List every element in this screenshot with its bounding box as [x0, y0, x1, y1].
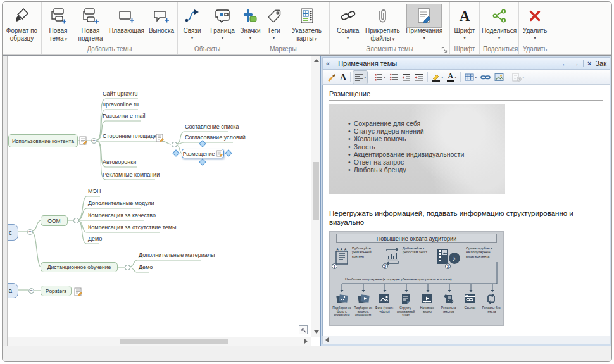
dialog-launcher-icon[interactable]	[441, 46, 448, 53]
bullet-item: Ответ на запрос	[348, 158, 505, 166]
scroll-right-button[interactable]	[301, 337, 311, 346]
topic-note-icon[interactable]	[74, 287, 82, 296]
format-painter-button[interactable]: Формат по образцу	[3, 3, 41, 42]
topic-men[interactable]: МЭН	[88, 188, 101, 194]
indent-button[interactable]	[413, 71, 425, 84]
collapse-toggle[interactable]	[91, 138, 97, 144]
topic-demo-1[interactable]: Демо	[88, 235, 102, 242]
note-image-bullets[interactable]: Сохранение для себя Статус лидера мнений…	[329, 104, 505, 194]
topic-terms[interactable]: Согласование условий	[185, 134, 246, 141]
fit-map-button[interactable]	[299, 325, 308, 334]
format-painter-small-button[interactable]	[325, 71, 337, 84]
collapse-toggle[interactable]	[125, 265, 130, 270]
relationships-button[interactable]: Связи	[177, 3, 208, 41]
previous-note-icon[interactable]: ←	[561, 60, 568, 67]
horizontal-scroll-thumb[interactable]	[120, 339, 228, 344]
font-color-button[interactable]: ▾	[446, 71, 458, 84]
font-dialog-button[interactable]	[339, 71, 348, 84]
topic-list-building[interactable]: Составление списка	[185, 123, 239, 130]
scroll-down-button[interactable]	[311, 327, 321, 337]
infographic-item: Подборки из видео с описанием	[353, 292, 374, 317]
canvas-vertical-scrollbar[interactable]	[311, 56, 320, 337]
topic-extra-materials[interactable]: Дополнительные материалы	[139, 252, 215, 258]
topic-site-uprav[interactable]: Сайт uprav.ru	[103, 91, 138, 97]
font-button[interactable]: Шрифт	[453, 3, 477, 41]
ribbon-caption-delete: Удалить	[520, 44, 550, 54]
align-button[interactable]: ▾	[353, 71, 367, 84]
mindmap-canvas[interactable]: Использование контента Сайт uprav.ru upr…	[8, 56, 311, 337]
callout-button[interactable]: Выноска	[146, 3, 177, 35]
status-bar	[3, 346, 611, 361]
collapse-toggle[interactable]	[27, 229, 33, 235]
topic-comp-quality[interactable]: Компенсация за качество	[88, 212, 156, 218]
topic-stub-top[interactable]: с	[8, 224, 18, 241]
map-index-button[interactable]: Указатель карты	[285, 3, 329, 42]
notes-panel-titlebar: « Примечания темы ← → × Зак	[322, 57, 610, 70]
canvas-horizontal-scrollbar[interactable]	[8, 337, 311, 346]
infographic-item: Репосты без текста	[480, 292, 502, 317]
link-button[interactable]: Ссылка	[335, 3, 361, 41]
paperclip-icon	[372, 4, 392, 27]
topic-note-icon[interactable]	[216, 150, 223, 157]
collapse-toggle[interactable]	[28, 288, 34, 294]
insert-link-button[interactable]	[479, 71, 492, 84]
tags-button[interactable]: Теги	[263, 3, 285, 41]
topic-comp-no-topic[interactable]: Компенсация за отсутствие темы	[88, 224, 176, 230]
icon-markers-button[interactable]: Значки	[238, 3, 262, 41]
ribbon-group-delete: Удалить Удалить	[519, 2, 551, 54]
infographic-items: Подборки из фото с описанием Подборки из…	[331, 292, 502, 317]
close-panel-label[interactable]: Зак	[595, 60, 606, 67]
insert-image-button[interactable]	[493, 71, 505, 84]
relationships-label: Связи	[183, 27, 201, 41]
bullet-list-button[interactable]	[388, 71, 399, 84]
outdent-button[interactable]	[401, 71, 412, 84]
new-subtopic-button[interactable]: Новая подтема	[74, 3, 107, 42]
topic-upravonline[interactable]: upravonline.ru	[103, 101, 139, 108]
topic-autofunnels[interactable]: Автоворонки	[103, 159, 136, 165]
infographic-item: Репосты с текстом	[438, 292, 460, 317]
notes-scroll-left-button[interactable]	[323, 336, 331, 344]
insert-table-button[interactable]: ▾	[463, 71, 478, 84]
vertical-scroll-thumb[interactable]	[313, 162, 319, 220]
topic-note-icon[interactable]	[156, 134, 164, 142]
close-panel-icon[interactable]: ×	[587, 60, 591, 67]
note-image-bullet-list: Сохранение для себя Статус лидера мнений…	[348, 120, 505, 173]
topic-label: Размещение	[183, 151, 215, 157]
photo-collection-icon	[335, 292, 348, 305]
topic-demo-2[interactable]: Демо	[139, 264, 153, 270]
notes-button[interactable]: Примечания	[404, 3, 444, 41]
topic-notes-panel: « Примечания темы ← → × Зак ▾	[320, 56, 611, 346]
topic-distance-learning[interactable]: Дистанционное обучение	[41, 262, 118, 272]
topic-popsters[interactable]: Popsters	[41, 286, 72, 296]
topic-note-icon[interactable]	[79, 136, 87, 145]
topic-placement-selected[interactable]: Размещение	[182, 149, 224, 158]
topic-extra-modules[interactable]: Дополнительные модули	[88, 200, 154, 206]
topic-third-party[interactable]: Сторонние площадки	[103, 133, 160, 139]
topic-email[interactable]: Рассылки e-mail	[103, 113, 145, 119]
note-editor[interactable]: Размещение Сохранение для себя Статус ли…	[322, 85, 610, 336]
topic-content-usage[interactable]: Использование контента	[8, 134, 78, 147]
notes-panel-title: Примечания темы	[338, 60, 397, 67]
topic-ad-campaigns[interactable]: Рекламные компании	[103, 172, 160, 178]
highlight-button[interactable]: ▾	[430, 71, 444, 84]
share-button[interactable]: Поделиться	[480, 3, 518, 41]
numbered-list-button[interactable]: ▾	[373, 71, 387, 84]
collapse-toggle[interactable]	[73, 218, 79, 223]
topic-stub-bottom[interactable]: а	[8, 283, 18, 298]
scroll-up-button[interactable]	[311, 56, 321, 65]
collapse-toggle[interactable]	[172, 142, 177, 147]
new-topic-button[interactable]: Новая тема	[42, 3, 74, 42]
boundary-button[interactable]: Граница	[208, 3, 238, 41]
delete-button[interactable]: Удалить	[521, 3, 549, 41]
floating-topic-button[interactable]: Плавающая	[107, 3, 146, 35]
topic-label: Использование контента	[12, 138, 74, 144]
note-image-infographic[interactable]: Повышение охвата аудитории ★★★ 1 Публику…	[329, 231, 504, 326]
notes-horizontal-scrollbar[interactable]	[322, 336, 610, 344]
timestamp-button[interactable]: ▾	[511, 71, 525, 84]
next-note-icon[interactable]: →	[572, 60, 579, 67]
attach-files-button[interactable]: Прикрепить файлы	[361, 3, 404, 42]
map-index-label: Указатель карты	[287, 27, 327, 42]
collapse-panel-icon[interactable]: «	[326, 60, 330, 67]
topic-oom[interactable]: ООМ	[41, 215, 68, 226]
delete-label: Удалить	[523, 27, 547, 41]
